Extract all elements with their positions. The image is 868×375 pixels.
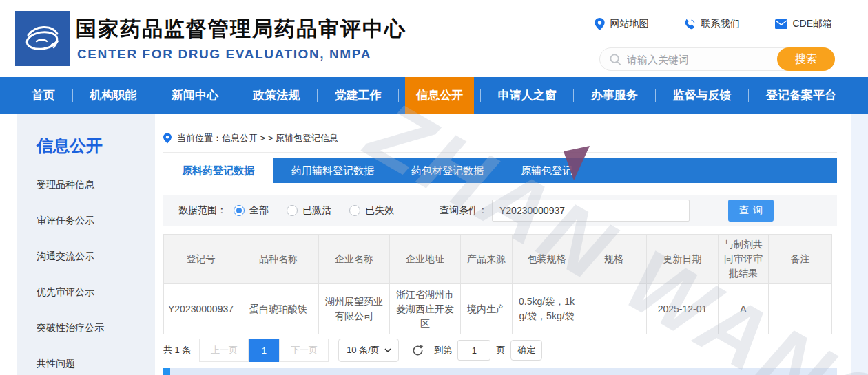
col-product-origin: 产品来源: [461, 235, 513, 284]
query-input[interactable]: [492, 200, 690, 222]
cell-variety-name: 蛋白琥珀酸铁: [238, 284, 319, 334]
cell-packaging-spec: 0.5kg/袋，1kg/袋，5kg/袋: [513, 284, 581, 334]
quick-link-label: CDE邮箱: [792, 18, 832, 30]
col-company-address: 企业地址: [390, 235, 461, 284]
tab-api-registration-data[interactable]: 原料药登记数据: [163, 158, 273, 183]
confirm-button[interactable]: 确定: [510, 340, 542, 361]
sidebar-item-breakthrough-therapy[interactable]: 突破性治疗公示: [37, 322, 155, 334]
breadcrumb: 当前位置：信息公开 > > 原辅包登记信息: [163, 124, 837, 153]
col-spec: 规格: [581, 235, 647, 284]
nav-item-applicant-window[interactable]: 申请人之窗: [487, 77, 568, 114]
tab-apief-registration[interactable]: 原辅包登记: [502, 158, 591, 183]
quick-link-label: 联系我们: [701, 18, 739, 30]
nav-item-party[interactable]: 党建工作: [324, 77, 393, 114]
col-joint-review-result: 与制剂共同审评审批结果: [719, 235, 769, 284]
scope-radio-group: 全部 已激活 已失效: [234, 204, 394, 217]
col-variety-name: 品种名称: [238, 235, 319, 284]
scope-label: 数据范围：: [178, 204, 227, 217]
nav-item-services[interactable]: 办事服务: [580, 77, 649, 114]
sidebar-item-review-tasks[interactable]: 审评任务公示: [37, 215, 155, 227]
total-count: 共 1 条: [163, 344, 191, 356]
search-bar: 搜索: [599, 47, 835, 71]
quick-links: 网站地图 联系我们 CDE邮箱: [595, 18, 832, 30]
page-1-button[interactable]: 1: [249, 339, 279, 362]
col-company-name: 企业名称: [319, 235, 390, 284]
radio-label: 全部: [249, 204, 269, 217]
cell-company-address: 浙江省湖州市菱湖西庄开发区: [390, 284, 461, 334]
nav-divider: [154, 89, 154, 102]
next-section-header: [163, 368, 837, 375]
radio-activated[interactable]: 已激活: [287, 204, 331, 217]
nav-divider: [72, 89, 73, 102]
search-button[interactable]: 搜索: [777, 47, 835, 71]
col-remarks: 备注: [769, 235, 832, 284]
nav-item-info-disclosure[interactable]: 信息公开: [405, 77, 474, 114]
radio-button[interactable]: [287, 205, 298, 216]
breadcrumb-text: 当前位置：信息公开 > > 原辅包登记信息: [177, 132, 338, 144]
tab-packaging-registration-data[interactable]: 药包材登记数据: [393, 158, 502, 183]
page-body: 信息公开 受理品种信息 审评任务公示 沟通交流公示 优先审评公示 突破性治疗公示…: [0, 114, 868, 375]
page-unit-label: 页: [496, 344, 505, 356]
prev-page-button[interactable]: 上一页: [199, 339, 249, 362]
refresh-icon: [411, 344, 424, 357]
refresh-button[interactable]: [411, 344, 424, 357]
sidebar-title: 信息公开: [37, 135, 155, 157]
goto-label: 到第: [434, 344, 452, 356]
cell-spec: [581, 284, 647, 334]
sidebar-item-accepted-varieties[interactable]: 受理品种信息: [37, 179, 155, 191]
next-page-button[interactable]: 下一页: [279, 339, 329, 362]
nav-item-supervision[interactable]: 监督与反馈: [662, 77, 743, 114]
filter-bar: 数据范围： 全部 已激活 已失效 查询条件：: [163, 195, 837, 226]
cell-product-origin: 境内生产: [461, 284, 513, 334]
sidebar-item-communication[interactable]: 沟通交流公示: [37, 250, 155, 263]
table-row: Y20230000937 蛋白琥珀酸铁 湖州展望药业有限公司 浙江省湖州市菱湖西…: [164, 284, 832, 334]
contact-link[interactable]: 联系我们: [684, 18, 739, 30]
cell-joint-review-result: A: [719, 284, 769, 334]
sidebar-item-common-issues[interactable]: 共性问题: [37, 358, 155, 370]
query-label: 查询条件：: [440, 204, 488, 217]
nav-divider: [480, 89, 481, 102]
pagination: 共 1 条 上一页 1 下一页 10 条/页: [163, 339, 837, 362]
cell-company-name: 湖州展望药业有限公司: [319, 284, 390, 334]
nav-divider: [748, 89, 749, 102]
phone-icon: [684, 19, 696, 30]
search-input[interactable]: [621, 54, 777, 65]
goto-page-input[interactable]: [457, 340, 490, 361]
cde-logo: [15, 11, 70, 66]
page-title: 国家药品监督管理局药品审评中心: [76, 15, 406, 43]
nav-item-policy[interactable]: 政策法规: [242, 77, 311, 114]
col-registration-no: 登记号: [164, 235, 238, 284]
section-accent: [163, 368, 170, 375]
mail-icon: [775, 19, 787, 29]
nav-item-news[interactable]: 新闻中心: [161, 77, 229, 114]
radio-all[interactable]: 全部: [234, 204, 269, 217]
nav-divider: [573, 89, 574, 102]
nav-item-functions[interactable]: 机构职能: [79, 77, 147, 114]
registration-table: 登记号 品种名称 企业名称 企业地址 产品来源 包装规格 规格 更新日期 与制剂…: [163, 234, 832, 334]
nav-item-registration-platform[interactable]: 登记备案平台: [755, 77, 847, 114]
col-packaging-spec: 包装规格: [513, 235, 581, 284]
query-button[interactable]: 查询: [728, 200, 774, 222]
sidebar-item-priority-review[interactable]: 优先审评公示: [37, 286, 155, 299]
sitemap-link[interactable]: 网站地图: [595, 18, 648, 30]
cde-logo-icon: [21, 17, 64, 60]
location-pin-icon: [595, 18, 605, 30]
right-margin-strip: [851, 114, 868, 375]
page-size-value: 10 条/页: [347, 344, 380, 356]
radio-button[interactable]: [349, 205, 360, 216]
nav-item-home[interactable]: 首页: [21, 77, 66, 114]
location-pin-icon: [163, 133, 172, 144]
cde-mail-link[interactable]: CDE邮箱: [775, 18, 832, 30]
radio-button-checked[interactable]: [234, 205, 245, 216]
tab-excipient-registration-data[interactable]: 药用辅料登记数据: [273, 158, 393, 183]
sidebar: 信息公开 受理品种信息 审评任务公示 沟通交流公示 优先审评公示 突破性治疗公示…: [17, 114, 155, 375]
tab-bar: 原料药登记数据 药用辅料登记数据 药包材登记数据 原辅包登记: [163, 158, 837, 183]
page: 国家药品监督管理局药品审评中心 CENTER FOR DRUG EVALUATI…: [0, 0, 868, 375]
cell-registration-no: Y20230000937: [164, 284, 238, 334]
cell-remarks: [769, 284, 832, 334]
radio-expired[interactable]: 已失效: [349, 204, 394, 217]
page-subtitle: CENTER FOR DRUG EVALUATION, NMPA: [77, 47, 371, 62]
radio-label: 已失效: [365, 204, 394, 217]
chevron-down-icon: [384, 348, 391, 352]
page-size-select[interactable]: 10 条/页: [338, 339, 399, 362]
